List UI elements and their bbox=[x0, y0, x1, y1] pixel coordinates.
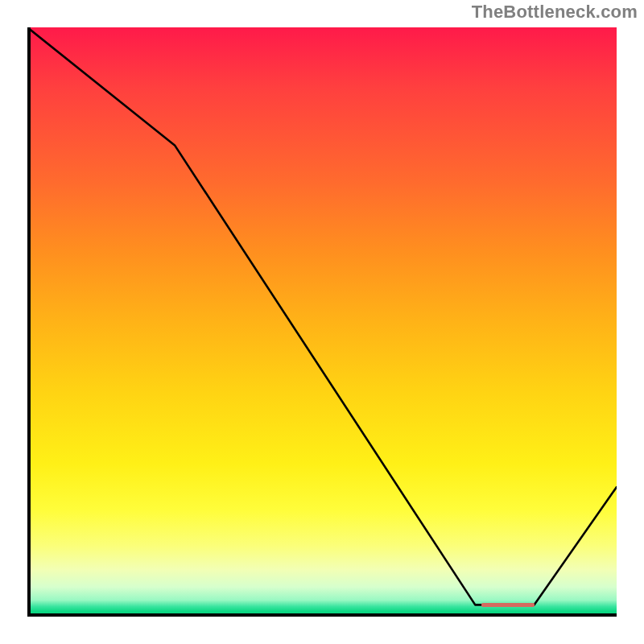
optimum-marker bbox=[481, 603, 535, 607]
data-line bbox=[27, 27, 617, 617]
bottleneck-chart: TheBottleneck.com bbox=[0, 0, 644, 644]
plot-area bbox=[27, 27, 617, 617]
watermark-label: TheBottleneck.com bbox=[472, 2, 638, 23]
